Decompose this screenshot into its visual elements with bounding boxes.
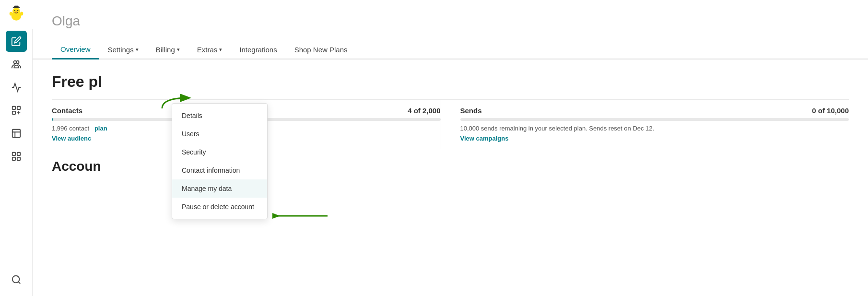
svg-point-10 [16, 61, 19, 64]
sidebar-item-content[interactable] [6, 123, 27, 144]
svg-rect-12 [17, 107, 20, 109]
svg-point-5 [20, 12, 23, 15]
contacts-progress-fill [52, 118, 53, 121]
view-campaigns-link[interactable]: View campaigns [460, 135, 509, 142]
settings-arrow [157, 94, 196, 115]
analytics-icon [11, 151, 22, 162]
svg-rect-11 [12, 107, 15, 109]
svg-rect-17 [12, 157, 15, 160]
svg-rect-7 [14, 6, 19, 8]
settings-chevron-icon: ▾ [136, 47, 139, 53]
contacts-label: Contacts [52, 107, 82, 115]
dropdown-item-users[interactable]: Users [172, 125, 267, 143]
tab-settings[interactable]: Settings ▾ [99, 41, 147, 59]
mailchimp-logo-icon [7, 5, 25, 24]
sidebar-item-create[interactable] [6, 31, 27, 52]
tabs-nav: Overview Settings ▾ Billing ▾ Extras ▾ I… [33, 40, 868, 59]
sends-label: Sends [460, 107, 482, 115]
svg-rect-16 [17, 153, 20, 155]
campaigns-icon [11, 82, 22, 93]
svg-point-2 [14, 10, 15, 11]
dropdown-item-security[interactable]: Security [172, 143, 267, 161]
contacts-count: 4 of 2,000 [408, 107, 440, 115]
sidebar-item-campaigns[interactable] [6, 77, 27, 98]
tab-shop-new-plans[interactable]: Shop New Plans [286, 41, 356, 59]
billing-chevron-icon: ▾ [177, 47, 180, 53]
sidebar-item-analytics[interactable] [6, 146, 27, 167]
sidebar-logo[interactable] [0, 0, 33, 29]
view-audience-link[interactable]: View audienc [52, 135, 91, 142]
svg-rect-13 [12, 111, 15, 114]
audience-icon [11, 59, 22, 70]
tab-extras[interactable]: Extras ▾ [188, 41, 231, 59]
content-icon [11, 128, 22, 139]
dropdown-item-pause-delete[interactable]: Pause or delete account [172, 198, 267, 216]
contacts-plan-link[interactable]: plan [94, 125, 107, 132]
svg-point-3 [17, 10, 18, 11]
sidebar-item-automations[interactable] [6, 100, 27, 121]
sends-block: Sends 0 of 10,000 10,000 sends remaining… [441, 100, 849, 149]
extras-chevron-icon: ▾ [219, 47, 222, 53]
sends-detail: 10,000 sends remaining in your selected … [460, 125, 849, 132]
svg-rect-18 [17, 157, 20, 160]
tab-overview[interactable]: Overview [52, 40, 99, 59]
page-title: Olga [52, 13, 849, 29]
svg-rect-15 [12, 153, 15, 155]
pencil-icon [11, 36, 22, 47]
tab-billing[interactable]: Billing ▾ [147, 41, 188, 59]
settings-dropdown: Details Users Security Contact informati… [172, 103, 268, 219]
sends-progress-bar [460, 118, 849, 121]
dropdown-item-contact-info[interactable]: Contact information [172, 161, 267, 179]
sends-count: 0 of 10,000 [812, 107, 849, 115]
svg-point-8 [15, 12, 17, 13]
manage-data-arrow [272, 209, 330, 225]
main-content: Olga Overview Settings ▾ Billing ▾ Extra… [33, 0, 868, 296]
sidebar-item-search[interactable] [6, 269, 27, 290]
search-icon [11, 274, 22, 285]
sidebar-item-audience[interactable] [6, 54, 27, 75]
automations-icon [11, 105, 22, 116]
svg-point-4 [9, 12, 12, 15]
svg-rect-14 [12, 130, 20, 138]
tab-integrations[interactable]: Integrations [231, 41, 285, 59]
dropdown-item-manage-data[interactable]: Manage my data [172, 179, 267, 198]
plan-title: Free pl [52, 73, 849, 91]
page-header: Olga [33, 0, 868, 40]
svg-point-19 [12, 276, 19, 283]
sidebar [0, 0, 33, 296]
